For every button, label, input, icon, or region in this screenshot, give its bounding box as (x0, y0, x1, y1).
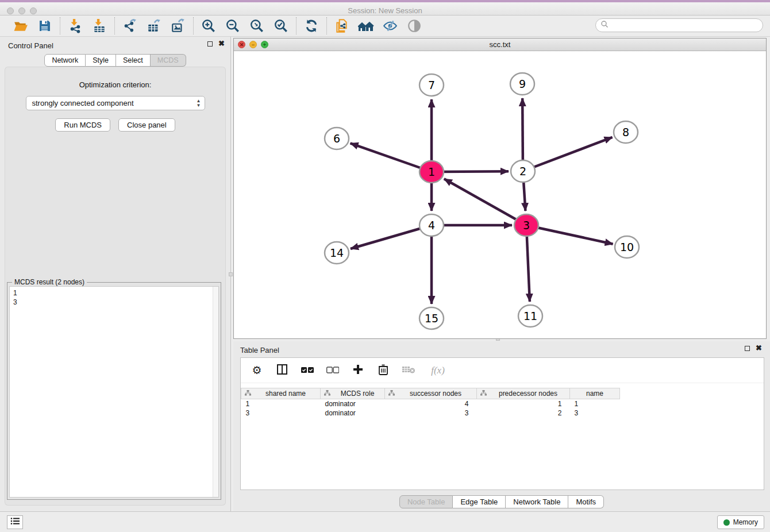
attribute-tree-icon (245, 390, 251, 398)
node-4[interactable]: 4 (419, 214, 444, 236)
node-14[interactable]: 14 (325, 242, 349, 264)
node-7[interactable]: 7 (419, 74, 444, 96)
column-header-successor-nodes[interactable]: successor nodes (385, 388, 477, 399)
import-table-button[interactable] (91, 18, 107, 34)
node-9[interactable]: 9 (510, 73, 534, 95)
zoom-in-icon (201, 18, 216, 33)
tab-network[interactable]: Network (44, 54, 86, 67)
cell-predecessor-nodes[interactable]: 2 (477, 408, 570, 418)
fit-content-button[interactable] (249, 18, 265, 34)
task-history-button[interactable] (7, 515, 23, 529)
function-builder-button-disabled: f(x) (427, 364, 449, 377)
tab-node-table[interactable]: Node Table (399, 495, 453, 508)
edge-2-8[interactable] (523, 137, 613, 171)
zoom-in-button[interactable] (201, 18, 217, 34)
node-15[interactable]: 15 (419, 307, 444, 329)
svg-text:11: 11 (523, 310, 537, 322)
table-row[interactable]: 3dominator323 (241, 408, 620, 418)
search-input[interactable] (609, 21, 763, 29)
float-table-panel-icon[interactable] (745, 346, 750, 351)
node-11[interactable]: 11 (518, 305, 542, 327)
hide-visual-button[interactable] (382, 18, 398, 34)
deselect-all-button[interactable] (326, 364, 340, 377)
split-columns-button[interactable] (275, 364, 289, 377)
cell-name[interactable]: 3 (570, 408, 620, 418)
column-header-shared-name[interactable]: shared name (241, 388, 321, 399)
export-network-button[interactable] (122, 18, 138, 34)
cell-shared-name[interactable]: 3 (241, 408, 321, 418)
close-panel-icon[interactable]: ✖ (218, 41, 225, 47)
duplicate-network-button[interactable] (334, 18, 350, 34)
close-panel-button[interactable]: Close panel (118, 118, 175, 132)
criterion-dropdown[interactable]: strongly connected component ▲▼ (26, 96, 205, 110)
zoom-out-button[interactable] (225, 18, 241, 34)
delete-column-button[interactable] (376, 364, 390, 377)
memory-button[interactable]: Memory (717, 515, 764, 529)
mcds-result-area[interactable]: 1 3 (9, 286, 219, 498)
export-image-button[interactable] (170, 18, 186, 34)
cell-shared-name[interactable]: 1 (241, 399, 321, 408)
table-row[interactable]: 1dominator411 (241, 399, 620, 408)
column-header-MCDS-role[interactable]: MCDS role (321, 388, 385, 399)
edge-3-10[interactable] (526, 225, 613, 244)
import-network-button[interactable] (67, 18, 83, 34)
select-all-button[interactable] (301, 364, 314, 377)
search-box[interactable] (595, 18, 763, 32)
tab-style[interactable]: Style (86, 54, 116, 67)
tab-edge-table[interactable]: Edge Table (453, 495, 506, 508)
table-settings-button[interactable]: ⚙ (250, 364, 264, 377)
run-mcds-button[interactable]: Run MCDS (55, 118, 110, 132)
vertical-splitter-grip[interactable] (229, 272, 233, 276)
column-header-predecessor-nodes[interactable]: predecessor nodes (477, 388, 570, 399)
open-file-button[interactable] (13, 18, 29, 34)
save-session-button[interactable] (37, 18, 53, 34)
svg-text:7: 7 (428, 79, 435, 91)
node-3[interactable]: 3 (514, 214, 538, 236)
edge-3-1[interactable] (444, 179, 526, 225)
cell-successor-nodes[interactable]: 3 (385, 408, 477, 418)
control-panel: Control Panel ✖ NetworkStyleSelectMCDS O… (0, 37, 231, 511)
control-panel-title: Control Panel (8, 41, 53, 50)
tab-motifs[interactable]: Motifs (568, 495, 604, 508)
node-2[interactable]: 2 (511, 160, 535, 182)
network-window-titlebar[interactable]: ✕ − + scc.txt (234, 38, 766, 51)
window-titlebar: Session: New Session (0, 0, 770, 16)
svg-text:1: 1 (428, 165, 435, 178)
refresh-layout-button[interactable] (303, 18, 319, 34)
cell-name[interactable]: 1 (570, 399, 620, 408)
plus-icon (352, 364, 364, 377)
edge-1-6[interactable] (351, 143, 432, 172)
float-panel-icon[interactable] (207, 41, 213, 47)
session-title: Session: New Session (0, 6, 770, 15)
cell-predecessor-nodes[interactable]: 1 (477, 399, 570, 408)
zoom-selected-button[interactable] (273, 18, 289, 34)
cell-MCDS-role[interactable]: dominator (321, 399, 385, 408)
delete-table-icon (402, 365, 415, 376)
memory-status-icon (723, 519, 730, 526)
network-canvas[interactable]: 7968124314101511 (234, 51, 766, 338)
column-header-name[interactable]: name (570, 388, 620, 399)
close-table-panel-icon[interactable]: ✖ (756, 345, 762, 351)
delete-table-button-disabled (402, 364, 415, 377)
cell-MCDS-role[interactable]: dominator (321, 408, 385, 418)
node-10[interactable]: 10 (615, 236, 639, 258)
tab-network-table[interactable]: Network Table (506, 495, 568, 508)
tab-select[interactable]: Select (116, 54, 151, 67)
add-column-button[interactable] (351, 364, 365, 377)
split-columns-icon (276, 364, 288, 377)
trash-icon (378, 364, 388, 377)
result-scrollbar[interactable] (213, 287, 218, 497)
tab-mcds[interactable]: MCDS (151, 54, 186, 67)
attribute-tree-icon (324, 390, 330, 398)
node-8[interactable]: 8 (614, 121, 638, 143)
network-view-window: ✕ − + scc.txt 7968124314101511 (233, 38, 767, 339)
dropdown-stepper-icon: ▲▼ (197, 99, 201, 108)
node-table[interactable]: shared nameMCDS rolesuccessor nodesprede… (241, 388, 620, 418)
gear-icon: ⚙ (252, 365, 261, 376)
node-6[interactable]: 6 (325, 128, 349, 149)
node-1[interactable]: 1 (419, 161, 444, 183)
export-table-button[interactable] (146, 18, 162, 34)
svg-text:8: 8 (622, 126, 629, 138)
home-button[interactable] (358, 18, 374, 34)
cell-successor-nodes[interactable]: 4 (385, 399, 477, 408)
